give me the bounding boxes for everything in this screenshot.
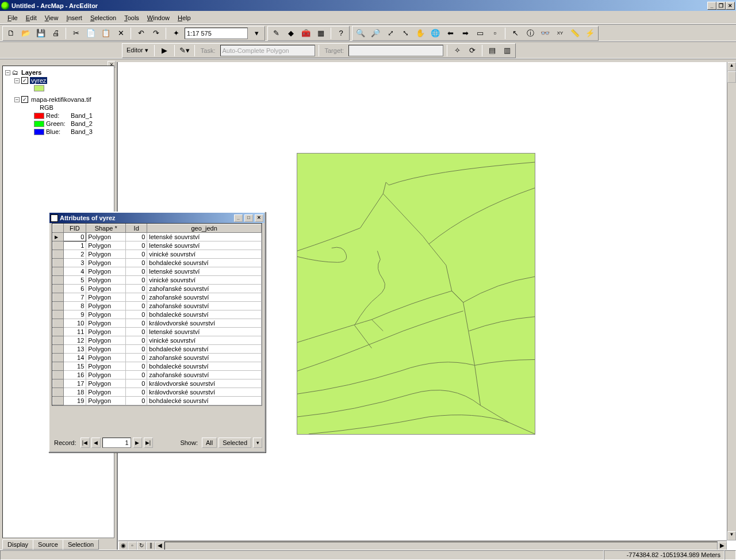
cell-fid[interactable]: 2 xyxy=(63,250,86,259)
row-header[interactable] xyxy=(53,354,64,362)
cell-shape[interactable]: Polygon xyxy=(86,233,126,241)
col-fid[interactable]: FID xyxy=(63,224,86,233)
row-header[interactable] xyxy=(53,276,64,285)
cell-id[interactable]: 0 xyxy=(126,371,147,379)
cell-fid[interactable]: 13 xyxy=(63,345,86,354)
col-id[interactable]: Id xyxy=(126,224,147,233)
row-header[interactable] xyxy=(53,328,64,336)
open-icon[interactable]: 📂 xyxy=(20,27,32,40)
arccatalog-icon[interactable]: ◆ xyxy=(285,27,297,40)
cell-id[interactable]: 0 xyxy=(126,250,147,259)
cell-shape[interactable]: Polygon xyxy=(86,379,126,388)
close-button[interactable]: ✕ xyxy=(726,2,735,10)
cell-shape[interactable]: Polygon xyxy=(86,354,126,362)
layer-raster[interactable]: mapa-rektifikovana.tif xyxy=(30,96,93,103)
menu-window[interactable]: Window xyxy=(143,13,174,22)
cell-geo[interactable]: letenské souvrství xyxy=(147,241,262,250)
row-header[interactable] xyxy=(53,285,64,293)
cell-id[interactable]: 0 xyxy=(126,397,147,405)
cogo-icon[interactable]: ✧ xyxy=(451,44,463,57)
cell-fid[interactable]: 8 xyxy=(63,302,86,310)
options-dropdown-button[interactable]: ▾ xyxy=(253,438,262,448)
attributes-icon[interactable]: ▤ xyxy=(486,44,499,57)
cell-shape[interactable]: Polygon xyxy=(86,362,126,371)
cell-geo[interactable]: zahořanské souvrství xyxy=(147,354,262,362)
find-icon[interactable]: 👓 xyxy=(539,27,551,40)
cell-shape[interactable]: Polygon xyxy=(86,371,126,379)
first-record-button[interactable]: |◀ xyxy=(80,438,90,448)
row-header[interactable] xyxy=(53,336,64,345)
attr-minimize-button[interactable]: _ xyxy=(234,214,243,222)
copy-icon[interactable]: 📄 xyxy=(85,27,97,40)
row-header[interactable] xyxy=(53,319,64,328)
menu-edit[interactable]: Edit xyxy=(22,13,41,22)
cell-id[interactable]: 0 xyxy=(126,362,147,371)
sketch-tool-icon[interactable]: ✎▾ xyxy=(178,44,191,57)
cmdline-icon[interactable]: ▦ xyxy=(315,27,327,40)
toc-tab-selection[interactable]: Selection xyxy=(63,539,99,550)
menu-view[interactable]: View xyxy=(41,13,63,22)
cell-shape[interactable]: Polygon xyxy=(86,336,126,345)
cell-fid[interactable]: 14 xyxy=(63,354,86,362)
goto-xy-icon[interactable]: XY xyxy=(554,27,566,40)
minimize-button[interactable]: _ xyxy=(707,2,716,10)
record-input[interactable]: 1 xyxy=(102,438,131,448)
prev-record-button[interactable]: ◀ xyxy=(91,438,101,448)
back-icon[interactable]: ⬅ xyxy=(444,27,457,40)
arctoolbox-icon[interactable]: 🧰 xyxy=(300,27,312,40)
cell-fid[interactable]: 6 xyxy=(63,285,86,293)
show-all-button[interactable]: All xyxy=(202,438,217,448)
expand-icon[interactable]: − xyxy=(14,78,20,83)
clear-selection-icon[interactable]: ▫ xyxy=(489,27,501,40)
scroll-thumb[interactable] xyxy=(727,71,736,83)
toc-tab-display[interactable]: Display xyxy=(2,539,33,550)
measure-icon[interactable]: 📏 xyxy=(569,27,581,40)
cell-fid[interactable]: 10 xyxy=(63,319,86,328)
cell-id[interactable]: 0 xyxy=(126,379,147,388)
paste-icon[interactable]: 📋 xyxy=(99,27,112,40)
cell-id[interactable]: 0 xyxy=(126,259,147,267)
row-header[interactable] xyxy=(53,293,64,302)
layer-checkbox[interactable]: ✓ xyxy=(21,96,28,103)
cell-geo[interactable]: bohdalecké souvrství xyxy=(147,397,262,405)
cell-geo[interactable]: bohdalecké souvrství xyxy=(147,310,262,319)
cell-id[interactable]: 0 xyxy=(126,354,147,362)
map-canvas[interactable] xyxy=(297,153,535,435)
cell-id[interactable]: 0 xyxy=(126,345,147,354)
attr-close-button[interactable]: ✕ xyxy=(255,214,263,222)
cell-geo[interactable]: letenské souvrství xyxy=(147,233,262,241)
row-header[interactable] xyxy=(53,362,64,371)
cell-id[interactable]: 0 xyxy=(126,285,147,293)
maximize-button[interactable]: ❐ xyxy=(716,2,726,10)
cell-shape[interactable]: Polygon xyxy=(86,241,126,250)
cell-fid[interactable]: 9 xyxy=(63,310,86,319)
cell-fid[interactable]: 3 xyxy=(63,259,86,267)
cell-fid[interactable]: 16 xyxy=(63,371,86,379)
cell-id[interactable]: 0 xyxy=(126,293,147,302)
menu-help[interactable]: Help xyxy=(174,13,195,22)
edit-tool-icon[interactable]: ▶ xyxy=(158,44,171,57)
cell-shape[interactable]: Polygon xyxy=(86,267,126,276)
add-data-icon[interactable]: ✦ xyxy=(170,27,182,40)
cell-geo[interactable]: královdvorské souvrství xyxy=(147,388,262,397)
row-header[interactable] xyxy=(53,310,64,319)
menu-file[interactable]: File xyxy=(3,13,22,22)
cell-shape[interactable]: Polygon xyxy=(86,388,126,397)
attributes-window[interactable]: ▦ Attributes of vyrez _ □ ✕ FID Shape * … xyxy=(48,212,266,452)
sketch-props-icon[interactable]: ▥ xyxy=(501,44,513,57)
row-header[interactable] xyxy=(53,259,64,267)
menu-tools[interactable]: Tools xyxy=(120,13,143,22)
full-extent-icon[interactable]: 🌐 xyxy=(429,27,442,40)
cell-shape[interactable]: Polygon xyxy=(86,285,126,293)
col-geo[interactable]: geo_jedn xyxy=(147,224,262,233)
cell-id[interactable]: 0 xyxy=(126,267,147,276)
cell-id[interactable]: 0 xyxy=(126,328,147,336)
cell-id[interactable]: 0 xyxy=(126,319,147,328)
cut-icon[interactable]: ✂ xyxy=(70,27,82,40)
scroll-down-icon[interactable]: ▼ xyxy=(727,531,736,540)
row-header[interactable] xyxy=(53,267,64,276)
fixed-zoom-out-icon[interactable]: ⤡ xyxy=(399,27,412,40)
cell-geo[interactable]: bohdalecké souvrství xyxy=(147,362,262,371)
cell-fid[interactable]: 0 xyxy=(63,233,86,241)
cell-geo[interactable]: letenské souvrství xyxy=(147,328,262,336)
